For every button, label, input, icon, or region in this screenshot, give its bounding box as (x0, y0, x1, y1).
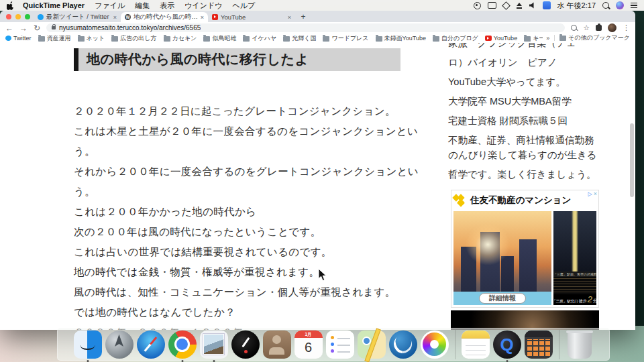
forward-icon[interactable]: → (19, 24, 28, 32)
siri-icon[interactable] (616, 1, 624, 9)
bookmark-folder-icon (203, 36, 210, 42)
bookmark-item[interactable]: カセキン (164, 34, 197, 43)
bookmark-label: カセキン (172, 34, 197, 43)
dock-app-icon[interactable] (137, 330, 165, 359)
zoom-window-button[interactable] (25, 14, 30, 19)
spotlight-icon[interactable] (602, 2, 609, 9)
page-scrollbar[interactable] (630, 123, 634, 197)
url-text[interactable]: nyusumatomesaito.terucco.tokyo/archives/… (59, 24, 201, 32)
control-center-icon[interactable] (631, 3, 637, 9)
bookmark-item[interactable]: 資産運用 (38, 34, 71, 43)
bookmark-item[interactable]: 光輝く国 (283, 34, 316, 43)
menubar-menu-item[interactable]: 編集 (135, 1, 150, 11)
article-line: これは占いの世界では結構重要視されているのです。 (74, 242, 400, 262)
menu-bar: QuickTime Player ファイル編集表示ウインドウヘルプ 水 午後2:… (0, 0, 644, 11)
dock-app-icon[interactable] (559, 330, 559, 359)
dock-app-icon[interactable] (358, 330, 386, 359)
ad-cta-button[interactable]: 詳細情報 (479, 293, 526, 304)
menubar-menu-item[interactable]: ヘルプ (232, 1, 255, 11)
article-body: ２０２０年１２月２２日に起こったグレートコンジャンクション。これは木星と土星が２… (74, 101, 400, 330)
dock-app-icon[interactable] (568, 330, 592, 359)
diamond-status-icon[interactable] (502, 1, 511, 10)
ad-unit[interactable]: 住友不動産のマンション ▷ × 詳細情報 「三鷹」駅前、青空の武蔵野 (451, 190, 599, 308)
bookmark-label: 広告の出し方 (120, 34, 156, 43)
bookmark-item[interactable]: ネット (78, 34, 105, 43)
browser-tab[interactable]: 最新ツイート / Twitter × (34, 12, 121, 22)
ad-header[interactable]: 住友不動産のマンション (451, 190, 598, 210)
bookmark-item[interactable]: Twitter (5, 34, 32, 43)
tab-favicon (38, 14, 44, 20)
dock-app-icon[interactable] (462, 330, 490, 359)
bookmark-folder-icon (5, 36, 11, 41)
ad-cta-bar: 詳細情報 (453, 292, 551, 305)
close-window-button[interactable] (6, 14, 11, 19)
dock-app-icon[interactable] (74, 330, 102, 359)
ad-image-map[interactable]: 「三鷹」駅前、青空の武蔵野 「三鷹」駅北口 徒歩 2 分 (553, 211, 596, 305)
dock-app-icon[interactable] (231, 330, 260, 359)
browser-menu-icon[interactable]: ⋮ (623, 24, 630, 32)
dock-app-icon[interactable] (389, 330, 417, 359)
eject-icon[interactable] (516, 2, 523, 9)
article-line: う。 (74, 141, 400, 162)
other-bookmarks[interactable]: その他のブックマーク (559, 34, 630, 42)
article-line: ２０２０年１２月２２日に起こったグレートコンジャンクション。 (74, 101, 400, 121)
profile-line: ロ）バイオリン ピアノ (448, 56, 616, 69)
video-thumbnail[interactable] (451, 310, 599, 330)
ad-close-icon[interactable]: × (594, 191, 597, 197)
bookmarks-bar: Twitter 資産運用 ネット 広告の出し方 カセキン (0, 34, 635, 44)
back-icon[interactable]: ← (5, 24, 13, 32)
extensions-icon[interactable] (596, 25, 602, 31)
profile-avatar[interactable] (608, 23, 616, 32)
ad-images: 詳細情報 「三鷹」駅前、青空の武蔵野 「三鷹」駅北口 徒歩 2 分 (453, 211, 596, 305)
dock-app-icon[interactable] (200, 330, 228, 359)
bookmark-star-icon[interactable]: ☆ (583, 24, 590, 32)
apple-menu-icon[interactable] (7, 1, 15, 9)
display-icon[interactable] (488, 2, 496, 9)
menubar-clock[interactable]: 水 午後2:17 (557, 1, 596, 11)
screen-record-icon[interactable] (474, 2, 481, 9)
dock-app-icon[interactable] (455, 330, 455, 359)
bookmarks-overflow-chevron[interactable]: » (546, 35, 549, 42)
bookmark-item[interactable]: ワードプレス (323, 34, 368, 43)
bookmark-item[interactable]: イケハヤ (243, 34, 276, 43)
minimize-window-button[interactable] (15, 14, 21, 19)
dock-app-icon[interactable] (421, 330, 449, 359)
dock-app-icon[interactable] (263, 330, 291, 359)
article-line: では地の時代とはなんでしたか？ (74, 302, 400, 322)
ad-brand-text[interactable]: 住友不動産のマンション (470, 194, 571, 206)
new-tab-button[interactable]: + (298, 12, 309, 22)
tab-close-icon[interactable]: × (201, 14, 204, 21)
profile-line: 哲学です。楽しく行きましょう。 (448, 168, 616, 181)
menubar-menu-item[interactable]: 表示 (160, 1, 174, 11)
ad-caption: 「三鷹」駅前、青空の武蔵野 (553, 272, 596, 277)
tab-favicon (212, 14, 218, 20)
dock-app-icon[interactable] (294, 330, 323, 359)
dock-app-icon[interactable] (525, 330, 553, 359)
dock-app-icon[interactable] (493, 330, 521, 359)
reload-icon[interactable]: ↻ (34, 24, 40, 32)
menubar-menu-item[interactable]: ウインドウ (184, 1, 222, 11)
bookmark-item[interactable]: 似鳥昭雄 (203, 34, 236, 43)
https-lock-icon[interactable] (52, 26, 56, 29)
browser-tab[interactable]: 地の時代から風の時代に移行し... × (121, 12, 208, 22)
menubar-app-name[interactable]: QuickTime Player (23, 1, 85, 9)
adchoices-icon[interactable]: ▷ (588, 192, 592, 197)
bookmark-item[interactable]: 自分のブログ (433, 34, 478, 43)
ad-walk-unit: 分 (593, 298, 598, 304)
bookmark-item[interactable]: YouTube (485, 34, 517, 43)
input-source-icon[interactable] (543, 1, 551, 9)
browser-tab[interactable]: YouTube × (208, 12, 295, 22)
zoom-page-icon[interactable] (571, 25, 577, 31)
address-bar[interactable]: nyusumatomesaito.terucco.tokyo/archives/… (46, 23, 565, 32)
bookmark-label: 光輝く国 (292, 34, 316, 43)
dock-app-icon[interactable] (105, 330, 133, 359)
tab-close-icon[interactable]: × (288, 14, 291, 21)
dock-app-icon[interactable] (326, 330, 354, 359)
bookmark-item[interactable]: 広告の出し方 (111, 34, 156, 43)
ad-image-buildings[interactable]: 詳細情報 (453, 211, 551, 305)
tab-close-icon[interactable]: × (113, 14, 117, 21)
dock-app-icon[interactable] (168, 330, 197, 359)
bookmark-item[interactable]: 未録画YouTube (376, 34, 426, 43)
menubar-menu-item[interactable]: ファイル (95, 1, 125, 11)
volume-icon[interactable] (529, 2, 536, 9)
